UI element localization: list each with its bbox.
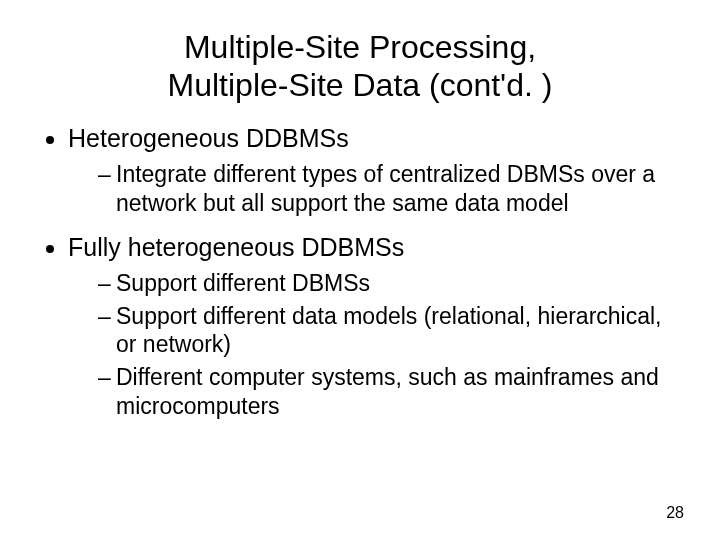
slide-title: Multiple-Site Processing, Multiple-Site … (36, 28, 684, 105)
title-line-2: Multiple-Site Data (cont'd. ) (168, 67, 553, 103)
sub-bullet-text: Support different DBMSs (116, 270, 370, 296)
bullet-text: Heterogeneous DDBMSs (68, 124, 349, 152)
bullet-item: Fully heterogeneous DDBMSs Support diffe… (68, 232, 684, 421)
slide: Multiple-Site Processing, Multiple-Site … (0, 0, 720, 540)
sub-bullet-item: Support different data models (relationa… (98, 302, 684, 360)
sub-bullet-list: Integrate different types of centralized… (68, 160, 684, 218)
bullet-item: Heterogeneous DDBMSs Integrate different… (68, 123, 684, 218)
bullet-text: Fully heterogeneous DDBMSs (68, 233, 404, 261)
sub-bullet-text: Support different data models (relationa… (116, 303, 662, 358)
sub-bullet-item: Different computer systems, such as main… (98, 363, 684, 421)
sub-bullet-item: Support different DBMSs (98, 269, 684, 298)
sub-bullet-text: Integrate different types of centralized… (116, 161, 655, 216)
bullet-list: Heterogeneous DDBMSs Integrate different… (36, 123, 684, 421)
sub-bullet-text: Different computer systems, such as main… (116, 364, 659, 419)
title-line-1: Multiple-Site Processing, (184, 29, 536, 65)
page-number: 28 (666, 504, 684, 522)
sub-bullet-list: Support different DBMSs Support differen… (68, 269, 684, 421)
sub-bullet-item: Integrate different types of centralized… (98, 160, 684, 218)
